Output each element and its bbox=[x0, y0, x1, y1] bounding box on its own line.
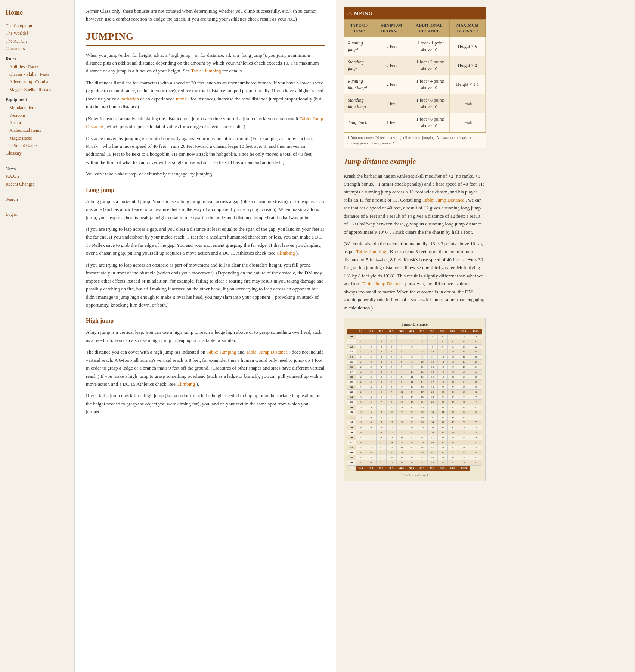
jump-table-row: Standing jump3 feet+1 foot / 2 points ab… bbox=[344, 56, 486, 75]
high-jump-and: and bbox=[238, 349, 245, 355]
table-jumping-link-2[interactable]: Table: Jumping bbox=[207, 349, 236, 355]
table-jump-distance-link-2[interactable]: Table: Jump Distance bbox=[246, 349, 288, 355]
jump-example-table-link-2[interactable]: Table: Jumping bbox=[356, 249, 386, 254]
sidebar-item-atc[interactable]: The A.T.C.? bbox=[6, 37, 69, 45]
jump-table-container: JUMPING TYPE OF JUMP MINIMUM DISTANCE AD… bbox=[344, 7, 486, 148]
sidebar-bottom-nav: News F.A.Q.? Recent Changes bbox=[6, 165, 69, 188]
main-content: Armor Class only; these bonuses are not … bbox=[75, 0, 336, 672]
jump-distance-row: 2434681215192326303337 bbox=[347, 395, 482, 400]
jump-distance-row: 192356911141719222427 bbox=[347, 380, 482, 385]
click-enlarge[interactable]: (Click to enlarge) bbox=[347, 472, 482, 478]
jump-example-para-1: Krusk the barbarian has an Athletics ski… bbox=[344, 172, 486, 236]
jump-table-footnote: 1. You must move 20 feet in a straight l… bbox=[344, 132, 486, 148]
jump-distance-row: 16234579111315171921 bbox=[347, 364, 482, 370]
jump-distance-small-title: Jump Distance bbox=[347, 321, 482, 327]
high-jump-para-2-text: The distance you can cover with a high j… bbox=[86, 349, 205, 355]
long-jump-title: Long jump bbox=[86, 186, 325, 195]
sidebar-divider-2 bbox=[6, 192, 69, 192]
jump-distance-row: 12122346789101112 bbox=[347, 344, 482, 349]
jump-table-col-additional: ADDITIONAL DISTANCE bbox=[409, 19, 450, 37]
jump-distance-row: 5 S.10 S.15 S.20 S.30 S.40 S.50 S.60 S.7… bbox=[347, 465, 482, 471]
high-jump-para-2-end-2: ). bbox=[196, 381, 199, 387]
intro-paragraph: Armor Class only; these bonuses are not … bbox=[86, 7, 325, 23]
jump-distance-row: 2224671114172023262932 bbox=[347, 390, 482, 395]
jump-distance-row: 172345710121416182123 bbox=[347, 370, 482, 375]
jump-distance-row: 1412346891112141617 bbox=[347, 354, 482, 360]
jump-distance-row: 2635791317212529333741 bbox=[347, 400, 482, 405]
monk-link[interactable]: monk bbox=[176, 96, 187, 102]
sidebar-category-equipment: Equipment bbox=[6, 96, 69, 103]
jump-example-table-link[interactable]: Table: Jump Distance bbox=[422, 197, 464, 203]
jump-table-col-type: TYPE OF JUMP bbox=[344, 19, 374, 37]
jump-distance-row: 384710132026323845515864 bbox=[347, 430, 482, 435]
sidebar-item-magic-items[interactable]: Magic Items bbox=[9, 134, 69, 142]
jumping-intro-end: for details. bbox=[222, 68, 243, 74]
long-jump-para-2-end: ). bbox=[296, 250, 299, 256]
jump-distance-row: 10111234456789 bbox=[347, 334, 482, 339]
jump-table-row: Jump back1 feet+1 foot / 8 points above … bbox=[344, 113, 486, 132]
jump-distance-small-table: 5 S.10 S.15 S.20 S.30 S.40 S.50 S.60 S.7… bbox=[347, 329, 482, 471]
long-jump-para-3: If you are trying to leap across an obst… bbox=[86, 261, 325, 309]
long-jump-para-1: A long jump is a horizontal jump. You ca… bbox=[86, 197, 325, 221]
high-jump-para-2-end: ) does not include vertical reach. A 6-f… bbox=[86, 349, 325, 387]
jump-distance-row: 34369121723283439455157 bbox=[347, 420, 482, 425]
jump-distance-row: 505913172635435261697887 bbox=[347, 460, 482, 466]
long-jump-para-2: If you are trying to leap across a gap, … bbox=[86, 225, 325, 257]
jump-table-row: Standing high jump2 feet+1 foot / 8 poin… bbox=[344, 94, 486, 113]
jump-distance-row: 1312335781011131415 bbox=[347, 349, 482, 355]
sidebar-category-rules: Rules bbox=[6, 56, 69, 62]
jumping-section-title: JUMPING bbox=[86, 29, 325, 46]
sidebar-news-label: News bbox=[6, 165, 69, 172]
jump-distance-row: 32368111621263237424753 bbox=[347, 415, 482, 420]
sidebar-item-mundane[interactable]: Mundane Items bbox=[9, 104, 69, 111]
sidebar-item-campaign[interactable]: The Campaign bbox=[6, 22, 69, 29]
climbing-link-2[interactable]: Climbing bbox=[177, 381, 195, 387]
jumping-intro-para: When you jump (either for height, a.k.a.… bbox=[86, 51, 325, 75]
sidebar-item-social-game[interactable]: The Social Game bbox=[6, 142, 69, 149]
sidebar-item-abilities-races[interactable]: Abilities · Races bbox=[9, 63, 69, 71]
jump-example-para-2: (We could also do the calculation manual… bbox=[344, 240, 486, 312]
note-para: (Note: Instead of actually calculating t… bbox=[86, 115, 325, 131]
note-end: , which provides pre-calculated values f… bbox=[104, 124, 245, 129]
high-jump-title: High jump bbox=[86, 316, 325, 325]
jump-table-row: Running high jump¹2 feet+1 foot / 4 poin… bbox=[344, 75, 486, 94]
jump-distance-row: 424711142229364350576572 bbox=[347, 440, 482, 445]
high-jump-para-1: A high jump is a vertical leap. You can … bbox=[86, 328, 325, 344]
jump-table-col-max: MAXIMUM DISTANCE bbox=[449, 19, 485, 37]
jump-table-header: JUMPING bbox=[344, 7, 486, 19]
sidebar-nav: The Campaign The Worlds† The A.T.C.? Cha… bbox=[6, 22, 69, 157]
barbarian-link[interactable]: barbarian bbox=[121, 96, 139, 102]
jump-distance-row: 464812162432404755637179 bbox=[347, 450, 482, 455]
jump-distance-row: 182356811131618202325 bbox=[347, 374, 482, 380]
jump-distance-container[interactable]: Jump Distance 5 S.10 S.15 S.20 S.30 S.40… bbox=[344, 318, 486, 482]
sidebar-item-adventuring-combat[interactable]: Adventuring · Combat bbox=[9, 78, 69, 85]
jump-distance-row: 444811152330384553606875 bbox=[347, 445, 482, 450]
sidebar-item-armor[interactable]: Armor bbox=[9, 119, 69, 127]
sidebar-item-magic-spells[interactable]: Magic · Spells · Rituals bbox=[9, 86, 69, 93]
table-jumping-link-1[interactable]: Table: Jumping bbox=[191, 68, 221, 74]
sidebar-home[interactable]: Home bbox=[6, 7, 69, 18]
sidebar-item-glossary[interactable]: Glossary bbox=[6, 149, 69, 157]
or-text: or an experienced bbox=[140, 96, 174, 102]
sidebar-item-characters[interactable]: Characters bbox=[6, 45, 69, 52]
sidebar-item-weapons[interactable]: Weapons bbox=[9, 112, 69, 119]
jump-table-col-min: MINIMUM DISTANCE bbox=[374, 19, 409, 37]
jump-distance-row: 30358101520253034394449 bbox=[347, 410, 482, 415]
sidebar-item-recent-changes[interactable]: Recent Changes bbox=[6, 180, 69, 188]
high-jump-para-2: The distance you can cover with a high j… bbox=[86, 348, 325, 388]
jump-example-table-link-3[interactable]: Table: Jump Distance bbox=[362, 281, 403, 286]
jump-distance-row: 2835791418232731364045 bbox=[347, 405, 482, 410]
climbing-link-1[interactable]: Climbing bbox=[276, 250, 295, 256]
distances-note-para: The distances listed are for characters … bbox=[86, 79, 325, 111]
sidebar-item-classes-skills[interactable]: Classes · Skills · Feats bbox=[9, 71, 69, 78]
sidebar-item-faq[interactable]: F.A.Q.? bbox=[6, 172, 69, 180]
note-text: (Note: Instead of actually calculating t… bbox=[86, 116, 298, 121]
jump-distance-row: 2024571012151821232629 bbox=[347, 385, 482, 390]
sidebar-item-alchemical[interactable]: Alchemical Items bbox=[9, 127, 69, 134]
sidebar-item-worlds[interactable]: The Worlds† bbox=[6, 29, 69, 37]
jump-distance-row: 36469121824303642485460 bbox=[347, 425, 482, 430]
sidebar-login[interactable]: Log in bbox=[6, 211, 69, 218]
sidebar-search[interactable]: Search bbox=[6, 196, 69, 203]
jump-table-row: Running jump¹5 feet+1 foot / 1 point abo… bbox=[344, 37, 486, 56]
distance-moved-para: Distance moved by jumping is counted nor… bbox=[86, 134, 325, 167]
